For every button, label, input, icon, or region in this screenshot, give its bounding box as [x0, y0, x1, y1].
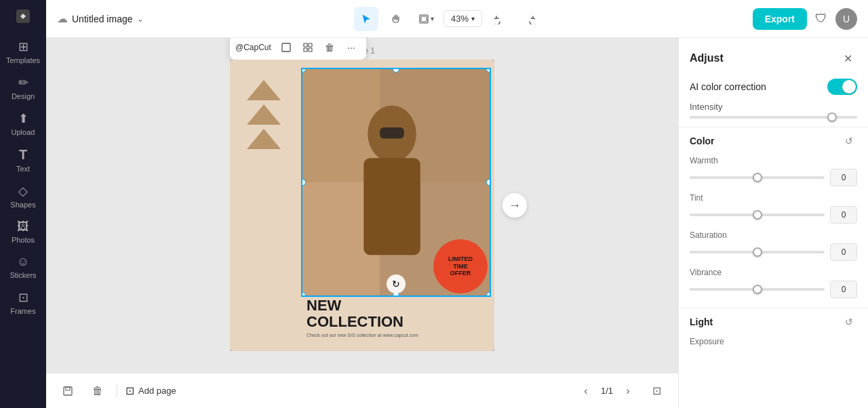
saturation-slider[interactable]	[690, 251, 825, 253]
delete-page-button[interactable]: 🗑	[87, 380, 108, 402]
tint-slider[interactable]	[690, 213, 825, 216]
select-tool-button[interactable]	[354, 7, 378, 31]
sidebar-item-frames[interactable]: ⊡ Frames	[4, 286, 42, 319]
svg-rect-4	[304, 43, 307, 47]
vibrance-thumb[interactable]	[753, 285, 762, 294]
handle-mr[interactable]	[486, 179, 491, 186]
warmth-thumb[interactable]	[753, 173, 762, 182]
vibrance-slider-row: 0	[690, 281, 857, 298]
handle-tr[interactable]	[486, 68, 491, 73]
export-button[interactable]: Export	[753, 8, 807, 30]
cloud-icon: ☁	[57, 12, 68, 25]
page-indicator: 1/1	[601, 386, 613, 396]
next-page-button[interactable]: ›	[618, 382, 637, 401]
handle-br[interactable]	[486, 292, 491, 297]
light-reset-button[interactable]: ↺	[841, 314, 857, 330]
stickers-icon: ☺	[17, 255, 29, 269]
svg-rect-3	[282, 43, 290, 52]
expand-button[interactable]: ⊡	[646, 380, 667, 402]
svg-rect-2	[421, 16, 427, 22]
exposure-label: Exposure	[690, 337, 857, 346]
upload-icon: ⬆	[18, 111, 28, 126]
redo-button[interactable]	[517, 7, 542, 31]
saturation-thumb[interactable]	[753, 247, 762, 257]
next-arrow[interactable]: →	[502, 193, 527, 218]
save-button[interactable]	[57, 380, 79, 402]
undo-button[interactable]	[488, 7, 512, 31]
close-button[interactable]: ✕	[838, 49, 857, 68]
refresh-icon[interactable]: ↻	[387, 274, 406, 293]
color-reset-button[interactable]: ↺	[841, 133, 857, 149]
tool-buttons: ▾ 43% ▾	[354, 7, 542, 31]
layout-tool-button[interactable]: ▾	[414, 7, 438, 31]
triangle-1	[247, 80, 281, 100]
sidebar-item-upload[interactable]: ⬆ Upload	[4, 107, 42, 140]
document-title-area: ☁ Untitled image ⌄	[57, 12, 144, 25]
intensity-thumb[interactable]	[827, 113, 837, 122]
triangle-3	[247, 129, 281, 149]
frames-icon: ⊡	[18, 290, 28, 305]
sidebar-label-upload: Upload	[12, 128, 35, 136]
grid-button[interactable]	[298, 38, 317, 57]
crop-button[interactable]	[277, 38, 296, 57]
hand-tool-button[interactable]	[384, 7, 408, 31]
canvas-area: Page 1 @CapCut 🗑 ···	[46, 38, 678, 373]
vibrance-slider[interactable]	[690, 288, 825, 291]
saturation-label: Saturation	[690, 230, 857, 240]
sidebar-label-text: Text	[16, 165, 30, 173]
sidebar-label-design: Design	[12, 92, 35, 100]
adjust-panel: Adjust ✕ AI color correction Intensity	[679, 38, 868, 408]
sidebar-item-photos[interactable]: 🖼 Photos	[4, 216, 42, 248]
floating-toolbar: @CapCut 🗑 ···	[230, 38, 366, 60]
adjust-title: Adjust	[690, 52, 724, 64]
sidebar-label-photos: Photos	[12, 236, 35, 244]
shapes-icon: ◇	[18, 184, 28, 199]
prev-page-button[interactable]: ‹	[576, 382, 595, 401]
sidebar-label-shapes: Shapes	[10, 201, 35, 209]
ai-toggle-row: AI color correction	[690, 79, 857, 95]
warmth-label: Warmth	[690, 156, 857, 165]
exposure-row: Exposure	[690, 337, 857, 346]
zoom-chevron-icon: ▾	[471, 15, 475, 22]
card-left-strip	[230, 60, 298, 351]
ai-toggle[interactable]	[827, 79, 857, 95]
svg-rect-7	[309, 48, 312, 52]
tint-row: Tint 0	[690, 193, 857, 224]
zoom-control[interactable]: 43% ▾	[443, 10, 482, 27]
card-right: ↻ LIMITEDTIMEOFFER NEWCOLLECTION Check o…	[298, 60, 494, 351]
warmth-slider[interactable]	[690, 176, 825, 179]
warmth-row: Warmth 0	[690, 156, 857, 186]
light-section: Light ↺ Exposure	[679, 308, 868, 356]
handle-bl[interactable]	[301, 292, 306, 297]
sidebar-item-text[interactable]: T Text	[4, 143, 42, 177]
delete-button[interactable]: 🗑	[320, 38, 339, 57]
canvas-card: ↻ LIMITEDTIMEOFFER NEWCOLLECTION Check o…	[230, 60, 494, 351]
vibrance-value: 0	[830, 281, 857, 298]
zoom-value: 43%	[451, 14, 469, 24]
warmth-slider-row: 0	[690, 169, 857, 186]
user-avatar[interactable]: U	[835, 8, 857, 30]
sidebar-item-shapes[interactable]: ◇ Shapes	[4, 180, 42, 213]
more-button[interactable]: ···	[342, 38, 361, 57]
tint-thumb[interactable]	[753, 210, 762, 220]
offer-text: LIMITEDTIMEOFFER	[448, 256, 473, 277]
vibrance-row: Vibrance 0	[690, 268, 857, 298]
sidebar-item-design[interactable]: ✏ Design	[4, 71, 42, 104]
warmth-value: 0	[830, 169, 857, 186]
color-section-header: Color ↺	[690, 133, 857, 149]
sidebar-item-stickers[interactable]: ☺ Stickers	[4, 251, 42, 283]
title-chevron-icon[interactable]: ⌄	[137, 14, 144, 24]
divider	[117, 384, 117, 398]
intensity-slider-row	[690, 116, 857, 119]
add-page-button[interactable]: ⊡ Add page	[125, 384, 176, 397]
svg-rect-13	[380, 127, 404, 139]
svg-rect-12	[363, 158, 420, 255]
tint-slider-row: 0	[690, 206, 857, 224]
sidebar-item-templates[interactable]: ⊞ Templates	[4, 35, 42, 68]
right-panel: Filters Effects Remove backgr... Adjust …	[678, 0, 868, 408]
svg-rect-15	[66, 387, 70, 390]
intensity-slider[interactable]	[690, 116, 857, 119]
sidebar-label-stickers: Stickers	[9, 271, 36, 279]
color-title: Color	[690, 136, 715, 146]
adjust-header: Adjust ✕	[679, 38, 868, 73]
